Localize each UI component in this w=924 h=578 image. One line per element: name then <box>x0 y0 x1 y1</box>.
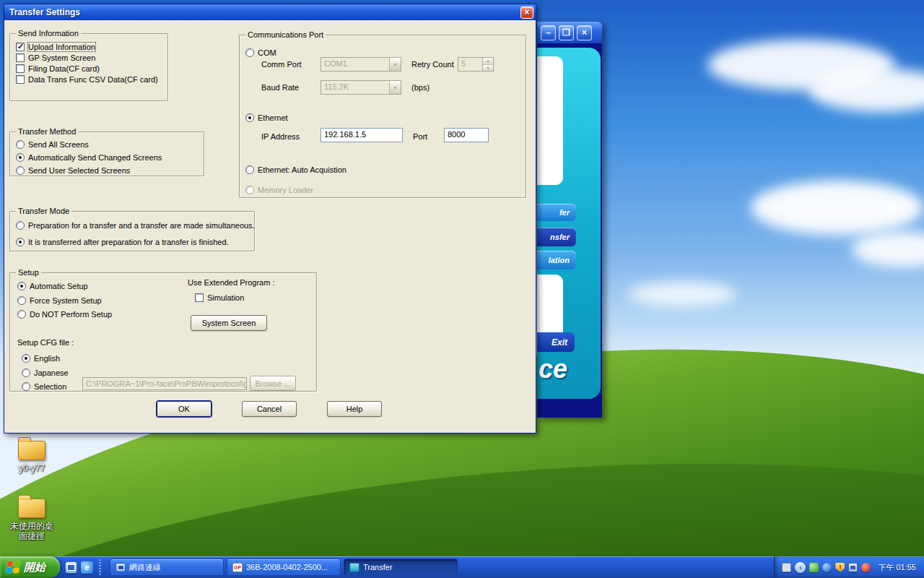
comm-port-label: Comm Port <box>261 60 302 69</box>
help-button[interactable]: Help <box>327 401 382 417</box>
system-screen-button[interactable]: System Screen <box>191 315 267 331</box>
hide-icons-chevron-icon[interactable]: ‹ <box>795 562 806 573</box>
cfg-path-input: C:\PROGRA~1\Pro-face\ProPBWin\protocol\g… <box>82 377 247 390</box>
ie-icon[interactable]: e <box>81 561 93 574</box>
keyboard-icon[interactable] <box>782 563 791 572</box>
radio-icon <box>16 153 25 162</box>
desktop-icon-unused-shortcuts[interactable]: 未使用的桌面捷徑 <box>4 499 59 541</box>
group-label: Transfer Method <box>16 127 78 136</box>
radio-send-user-selected[interactable]: Send User Selected Screens <box>16 165 130 176</box>
taskbar-button-label: 36B-2008-0402-2500... <box>246 563 328 571</box>
taskbar: 開始 e 網路連線 GP 36B-2008-0402-2500... Trans… <box>0 556 924 578</box>
radio-force-system-setup[interactable]: Force System Setup <box>17 295 102 306</box>
checkbox-upload-information[interactable]: Upload Information <box>16 41 95 52</box>
display-settings-icon[interactable] <box>848 563 858 572</box>
comm-port-select: COM1 <box>321 57 401 72</box>
radio-cfg-japanese[interactable]: Japanese <box>22 367 69 378</box>
ok-button[interactable]: OK <box>157 401 212 417</box>
radio-preparation-simultaneous[interactable]: Preparation for a transfer and a transfe… <box>16 220 255 230</box>
close-icon[interactable]: × <box>577 25 592 40</box>
taskbar-button-project[interactable]: GP 36B-2008-0402-2500... <box>227 558 341 576</box>
taskbar-button-network-connections[interactable]: 網路連線 <box>110 558 224 576</box>
ip-address-input[interactable]: 192.168.1.5 <box>321 128 403 142</box>
exit-button-label: Exit <box>552 337 567 348</box>
radio-ethernet[interactable]: Ethernet <box>245 112 288 123</box>
radio-label: It is transferred after preparation for … <box>28 238 229 246</box>
radio-label: Send All Screens <box>28 140 89 149</box>
radio-icon <box>17 310 26 319</box>
close-icon[interactable]: × <box>520 7 533 19</box>
group-communications-port: Communications Port COM Comm Port COM1 R… <box>239 35 526 198</box>
radio-do-not-perform-setup[interactable]: Do NOT Perform Setup <box>17 309 112 319</box>
minimize-icon[interactable]: – <box>541 25 556 40</box>
quick-launch: e <box>60 559 108 575</box>
group-setup: Setup Automatic Setup Force System Setup… <box>9 272 317 392</box>
checkbox-simulation[interactable]: Simulation <box>195 292 244 303</box>
radio-send-all-screens[interactable]: Send All Screens <box>16 139 89 150</box>
radio-memory-loader: Memory Loader <box>245 184 313 195</box>
dialog-titlebar[interactable]: Transfer Settings × <box>4 4 536 20</box>
checkbox-filing-data[interactable]: Filing Data(CF card) <box>16 63 100 74</box>
windows-logo-icon <box>6 561 20 573</box>
group-label: Communications Port <box>245 30 326 39</box>
antivirus-icon[interactable] <box>861 563 871 572</box>
use-extended-program-label: Use Extended Program : <box>188 278 274 287</box>
show-desktop-icon[interactable] <box>65 561 77 574</box>
checkbox-icon <box>16 53 25 62</box>
toolbar-grip[interactable] <box>99 559 101 575</box>
desktop-icon-y0-y77[interactable]: y0-y77 <box>4 441 59 473</box>
background-window-button-partial[interactable]: fer <box>537 204 576 221</box>
radio-label: Ethernet <box>258 113 288 122</box>
radio-automatically-send-changed[interactable]: Automatically Send Changed Screens <box>16 152 162 163</box>
radio-com[interactable]: COM <box>245 47 276 58</box>
start-button[interactable]: 開始 <box>0 556 60 578</box>
baud-rate-value: 115.2K <box>321 81 389 94</box>
radio-label: Selection <box>34 382 66 391</box>
transfer-icon <box>349 563 359 572</box>
checkbox-icon <box>16 43 25 51</box>
taskbar-button-transfer[interactable]: Transfer <box>344 558 458 576</box>
browse-button: Browse ... <box>250 376 296 391</box>
background-window-titlebar: – ❐ × <box>537 22 602 43</box>
radio-icon <box>245 48 254 57</box>
background-window-button-partial[interactable]: nsfer <box>537 228 576 246</box>
checkbox-label: Filing Data(CF card) <box>28 64 100 73</box>
cancel-button[interactable]: Cancel <box>242 401 297 417</box>
messenger-icon[interactable] <box>822 563 832 572</box>
checkbox-gp-system-screen[interactable]: GP System Screen <box>16 52 95 63</box>
taskbar-button-label: Transfer <box>363 563 393 571</box>
checkbox-label: Upload Information <box>28 43 95 51</box>
retry-count-value: 5 <box>458 58 482 71</box>
checkbox-icon <box>16 64 25 73</box>
radio-cfg-english[interactable]: English <box>22 353 60 363</box>
desktop-icon-label: 未使用的桌面捷徑 <box>6 521 57 541</box>
maximize-icon[interactable]: ❐ <box>559 25 574 40</box>
port-input[interactable]: 8000 <box>444 128 489 142</box>
folder-icon <box>18 441 45 460</box>
proface-logo-partial: ce <box>539 354 567 384</box>
radio-label: Send User Selected Screens <box>28 166 130 175</box>
cloud <box>628 282 736 306</box>
spin-up-icon <box>483 58 493 64</box>
security-shield-icon[interactable]: ! <box>835 563 845 572</box>
partial-button-label: nsfer <box>550 233 570 241</box>
radio-transfer-after-preparation[interactable]: It is transferred after preparation for … <box>16 236 229 247</box>
checkbox-label: GP System Screen <box>28 53 95 62</box>
radio-automatic-setup[interactable]: Automatic Setup <box>17 280 88 291</box>
setup-cfg-file-label: Setup CFG file : <box>17 338 74 347</box>
network-activity-icon[interactable] <box>809 563 819 572</box>
retry-count-spinner: 5 <box>458 57 494 72</box>
exit-button[interactable]: Exit <box>537 332 575 352</box>
radio-ethernet-auto-acquisition[interactable]: Ethernet: Auto Acquistion <box>245 164 346 175</box>
baud-rate-label: Baud Rate <box>261 83 299 92</box>
folder-icon <box>18 499 45 518</box>
radio-label: Ethernet: Auto Acquistion <box>258 165 346 174</box>
radio-icon <box>17 282 26 290</box>
checkbox-data-trans-func-csv[interactable]: Data Trans Func CSV Data(CF card) <box>16 74 158 85</box>
dialog-title: Transfer Settings <box>9 7 80 17</box>
radio-cfg-selection[interactable]: Selection <box>22 381 66 392</box>
system-tray: ‹ ! 下午 01:55 <box>774 556 924 578</box>
background-window-transfer-tool[interactable]: – ❐ × fer nsfer lation Exit ce <box>537 22 602 418</box>
radio-label: Force System Setup <box>30 296 102 305</box>
background-window-button-partial[interactable]: lation <box>537 251 576 269</box>
